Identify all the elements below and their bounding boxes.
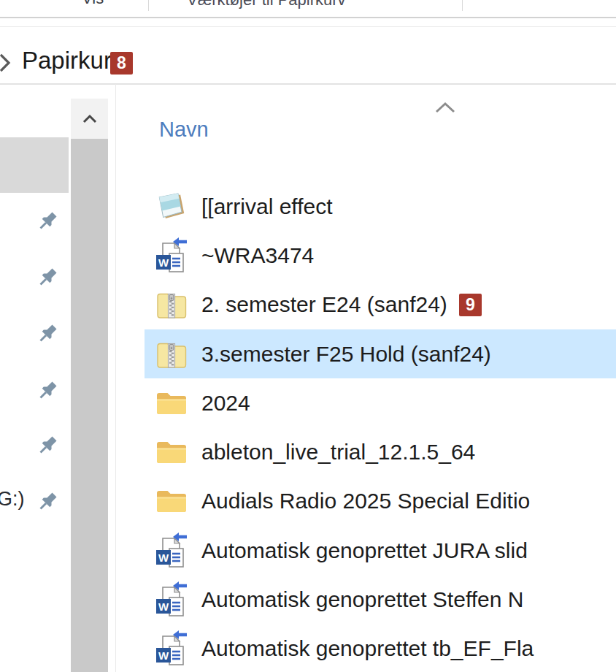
som-badge-8: 8: [110, 52, 133, 75]
scrollbar-up-button[interactable]: [71, 99, 108, 139]
sort-ascending-icon: [434, 100, 457, 118]
file-row[interactable]: W Automatisk genoprettet tb_EF_Fla: [145, 625, 616, 672]
breadcrumb-current-location[interactable]: Papirkurv: [22, 47, 123, 75]
zip-folder-icon: [155, 337, 188, 371]
word-recovery-file-icon: W: [154, 532, 188, 569]
ribbon-contextual-tab-recycle-bin-tools[interactable]: Værktøjer til Papirkurv: [187, 0, 346, 9]
file-name-label: Automatisk genoprettet Steffen N: [201, 587, 523, 612]
file-row[interactable]: W Automatisk genoprettet Steffen N: [145, 575, 616, 624]
file-name-label: [[arrival effect: [201, 194, 333, 219]
folder-icon: [154, 483, 188, 519]
file-row[interactable]: [[arrival effect: [145, 182, 616, 231]
word-recovery-file-icon: W: [154, 630, 188, 667]
word-recovery-icon: W: [154, 237, 188, 274]
pin-icon: [35, 265, 60, 290]
ribbon-bottom-border: [0, 17, 616, 18]
nav-pane-separator: [115, 84, 116, 672]
word-recovery-icon: W: [154, 630, 188, 667]
svg-text:W: W: [158, 256, 169, 268]
file-name-label: Audials Radio 2025 Special Editio: [201, 489, 530, 513]
zip-folder-icon: [155, 288, 188, 321]
file-name-label: 3.semester F25 Hold (sanf24): [201, 342, 491, 367]
breadcrumb-chevron-icon[interactable]: [0, 53, 12, 76]
file-name-label: Automatisk genoprettet tb_EF_Fla: [201, 636, 534, 661]
file-row[interactable]: 2024: [145, 378, 616, 427]
folder-icon: [155, 486, 188, 516]
nav-item-selected-highlight[interactable]: [0, 137, 69, 193]
file-row[interactable]: ableton_live_trial_12.1.5_64: [145, 427, 616, 476]
file-name-label: 2. semester E24 (sanf24): [201, 292, 447, 317]
som-badge-9: 9: [459, 294, 482, 316]
pin-icon: [35, 378, 60, 403]
zip-icon: [154, 286, 188, 323]
pin-icon: [35, 433, 60, 458]
svg-text:W: W: [158, 649, 169, 662]
word-recovery-file-icon: W: [154, 581, 188, 618]
ribbon-tabs-clipped: Vis Værktøjer til Papirkurv: [0, 0, 616, 12]
notepad-icon: [155, 190, 188, 224]
word-recovery-file-icon: W: [154, 237, 188, 274]
folder-icon: [155, 438, 188, 467]
scrollbar-thumb[interactable]: [71, 139, 108, 672]
chevron-up-icon: [82, 114, 98, 124]
nav-pane-scrollbar[interactable]: [71, 99, 108, 672]
ribbon-tab-vis[interactable]: Vis: [82, 0, 104, 8]
word-recovery-icon: W: [154, 581, 188, 618]
word-recovery-icon: W: [154, 532, 188, 569]
file-name-label: 2024: [201, 391, 250, 416]
svg-text:W: W: [158, 551, 169, 563]
file-list: [[arrival effect W ~WRA3474: [145, 182, 616, 672]
file-name-label: ableton_live_trial_12.1.5_64: [201, 440, 475, 465]
file-name-label: ~WRA3474: [201, 243, 314, 268]
file-row[interactable]: 2. semester E24 (sanf24) 9: [145, 280, 616, 329]
svg-text:W: W: [158, 600, 169, 613]
folder-icon: [155, 389, 188, 418]
notepad-icon: [154, 188, 188, 225]
file-row[interactable]: W Automatisk genoprettet JURA slid: [145, 526, 616, 575]
pin-icon: [35, 489, 60, 514]
column-header-name[interactable]: Navn: [159, 118, 209, 142]
folder-icon: [154, 434, 188, 470]
zip-icon: [154, 336, 188, 373]
nav-item-drive-g[interactable]: G:): [0, 488, 25, 511]
file-name-label: Automatisk genoprettet JURA slid: [201, 538, 528, 563]
ribbon-tab-separator: [148, 0, 149, 11]
ribbon-tab-separator: [462, 0, 463, 11]
address-bar-top-border: [0, 26, 616, 27]
file-row[interactable]: Audials Radio 2025 Special Editio: [145, 477, 616, 526]
folder-icon: [154, 385, 188, 421]
file-row[interactable]: W ~WRA3474: [145, 231, 616, 280]
pin-icon: [35, 321, 60, 346]
file-row-selected[interactable]: 3.semester F25 Hold (sanf24): [145, 329, 616, 378]
address-bar-bottom-border: [0, 83, 616, 85]
pin-icon: [35, 209, 60, 234]
